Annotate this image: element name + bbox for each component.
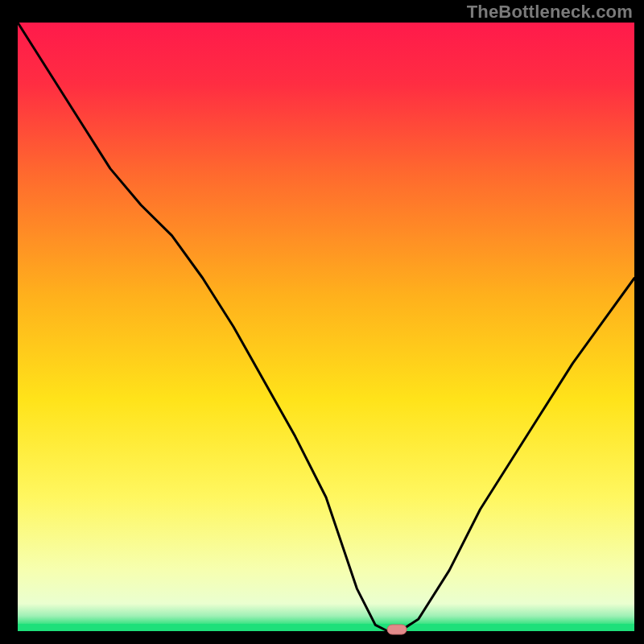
optimum-marker [387, 625, 407, 634]
chart-container: { "watermark": "TheBottleneck.com", "col… [0, 0, 644, 644]
baseline-strip [18, 624, 634, 631]
bottleneck-chart [0, 0, 644, 644]
gradient-panel [18, 23, 634, 631]
watermark-text: TheBottleneck.com [467, 2, 633, 23]
